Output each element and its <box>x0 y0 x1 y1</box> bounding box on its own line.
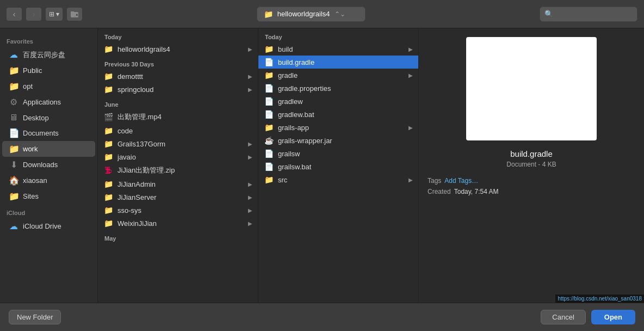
folder-icon: 📁 <box>103 85 113 94</box>
list-item[interactable]: 🗜 JiJian出勤管理.zip <box>98 163 258 177</box>
list-item[interactable]: 📄 grailsw.bat <box>258 160 418 173</box>
folder-icon: 📁 <box>103 219 113 228</box>
sidebar-item-xiaosan[interactable]: 🏠 xiaosan <box>2 173 95 188</box>
chevron-right-icon: ▶ <box>408 177 413 183</box>
new-folder-button[interactable]: New Folder <box>9 310 61 324</box>
list-item[interactable]: 📄 gradlew.bat <box>258 108 418 121</box>
path-chevron-icon: ⌃⌄ <box>335 10 345 18</box>
file-label: demotttt <box>117 72 244 81</box>
chevron-right-icon: ▶ <box>248 194 252 200</box>
list-item[interactable]: 📁 WeixinJiJian ▶ <box>98 217 258 230</box>
columns-area: Today 📁 helloworldgrails4 ▶ Previous 30 … <box>98 28 644 303</box>
folder-icon: 📁 <box>264 45 274 53</box>
column-2: Today 📁 build ▶ 📄 build.gradle 📁 gradle … <box>258 28 419 303</box>
list-item[interactable]: 📁 build ▶ <box>258 42 418 56</box>
list-item[interactable]: 📁 gradle ▶ <box>258 69 418 82</box>
sidebar-item-documents[interactable]: 📄 Documents <box>2 125 95 141</box>
bottom-bar: New Folder Cancel Open <box>0 303 644 331</box>
list-item[interactable]: 📁 JiJianAdmin ▶ <box>98 177 258 191</box>
list-item[interactable]: 🎬 出勤管理.mp4 <box>98 110 258 124</box>
list-item[interactable]: 📄 build.gradle <box>258 56 418 69</box>
file-label: Grails137Gorm <box>117 140 244 148</box>
created-value: Today, 7:54 AM <box>454 188 499 195</box>
preview-meta: Document - 4 KB <box>506 161 556 168</box>
file-label: gradlew.bat <box>278 111 413 119</box>
sidebar-item-label: 百度云同步盘 <box>23 50 65 60</box>
list-item[interactable]: ☕ grails-wrapper.jar <box>258 134 418 147</box>
list-item[interactable]: 📁 sso-sys ▶ <box>98 204 258 217</box>
file-label: gradle.properties <box>278 84 413 93</box>
folder-icon: 📁 <box>9 191 18 201</box>
sidebar-item-applications[interactable]: ⚙ Applications <box>2 94 95 110</box>
view-toggle-button[interactable]: ⊞ ▾ <box>46 8 63 21</box>
chevron-right-icon: ▶ <box>248 87 252 93</box>
folder-icon: 📁 <box>264 71 274 79</box>
path-selector[interactable]: 📁 helloworldgrails4 ⌃⌄ <box>257 7 366 22</box>
icloud-icon: ☁ <box>9 221 18 231</box>
sidebar-item-downloads[interactable]: ⬇ Downloads <box>2 157 95 173</box>
list-item[interactable]: 📁 JiJianServer ▶ <box>98 191 258 204</box>
sidebar-item-label: iCloud Drive <box>23 222 61 230</box>
new-folder-top-button[interactable]: + <box>67 8 82 21</box>
desktop-icon: 🖥 <box>9 113 18 122</box>
folder-icon: 📁 <box>103 45 113 53</box>
list-item[interactable]: 📁 demotttt ▶ <box>98 70 258 83</box>
icloud-label: iCloud <box>0 204 97 218</box>
chevron-right-icon: ▶ <box>248 181 252 187</box>
path-bar: 📁 helloworldgrails4 ⌃⌄ <box>86 7 535 22</box>
cancel-button[interactable]: Cancel <box>541 310 585 324</box>
search-input[interactable] <box>556 10 633 18</box>
file-label: grails-app <box>278 124 404 132</box>
list-item[interactable]: 📁 springcloud ▶ <box>98 83 258 96</box>
list-item[interactable]: 📄 grailsw <box>258 147 418 160</box>
list-item[interactable]: 📁 grails-app ▶ <box>258 121 418 134</box>
chevron-right-icon: ▶ <box>248 220 252 226</box>
sidebar-item-icloud-drive[interactable]: ☁ iCloud Drive <box>2 218 95 234</box>
folder-icon: 📁 <box>9 144 18 154</box>
sidebar-item-public[interactable]: 📁 Public <box>2 63 95 78</box>
folder-icon: 📁 <box>103 152 113 161</box>
chevron-right-icon: ▶ <box>408 125 413 131</box>
applications-icon: ⚙ <box>9 97 18 107</box>
tags-value[interactable]: Add Tags… <box>444 177 478 185</box>
path-name: helloworldgrails4 <box>277 10 330 18</box>
sidebar-item-work[interactable]: 📁 work <box>2 141 95 157</box>
chevron-right-icon: ▶ <box>408 72 413 78</box>
file-label: sso-sys <box>117 206 244 214</box>
back-button[interactable]: ‹ <box>7 8 22 21</box>
col1-today-label: Today <box>98 28 258 42</box>
sidebar-item-baidu[interactable]: ☁ 百度云同步盘 <box>2 47 95 63</box>
list-item[interactable]: 📁 src ▶ <box>258 173 418 186</box>
list-item[interactable]: 📄 gradlew <box>258 95 418 108</box>
documents-icon: 📄 <box>9 128 18 138</box>
file-label: springcloud <box>117 85 244 94</box>
sidebar-item-sites[interactable]: 📁 Sites <box>2 188 95 204</box>
file-label: src <box>278 176 404 184</box>
file-label: grailsw.bat <box>278 163 413 171</box>
search-bar: 🔍 <box>540 7 637 22</box>
sidebar-item-label: Downloads <box>23 161 58 169</box>
file-label: WeixinJiJian <box>117 219 244 228</box>
list-item[interactable]: 📁 helloworldgrails4 ▶ <box>98 42 258 56</box>
list-item[interactable]: 📁 javaio ▶ <box>98 150 258 163</box>
column-1: Today 📁 helloworldgrails4 ▶ Previous 30 … <box>98 28 258 303</box>
file-icon: 📄 <box>264 84 274 93</box>
sidebar-item-opt[interactable]: 📁 opt <box>2 78 95 94</box>
preview-created-row: Created Today, 7:54 AM <box>428 188 499 195</box>
sidebar-item-label: work <box>23 145 38 153</box>
sidebar-item-label: Documents <box>23 129 59 137</box>
list-item[interactable]: 📁 Grails137Gorm ▶ <box>98 137 258 150</box>
folder-icon: 📁 <box>103 72 113 81</box>
open-button[interactable]: Open <box>591 310 635 324</box>
list-item[interactable]: 📁 code <box>98 124 258 137</box>
chevron-right-icon: ▶ <box>248 141 252 147</box>
list-item[interactable]: 📄 gradle.properties <box>258 82 418 95</box>
watermark: https://blog.csdn.net/xiao_san0318 <box>555 295 644 303</box>
file-label: helloworldgrails4 <box>117 45 244 53</box>
sidebar-item-label: Desktop <box>23 114 49 122</box>
sidebar-item-desktop[interactable]: 🖥 Desktop <box>2 110 95 125</box>
search-icon: 🔍 <box>544 10 553 18</box>
folder-icon: 📁 <box>103 193 113 201</box>
preview-image <box>466 37 597 140</box>
forward-button[interactable]: › <box>26 8 41 21</box>
